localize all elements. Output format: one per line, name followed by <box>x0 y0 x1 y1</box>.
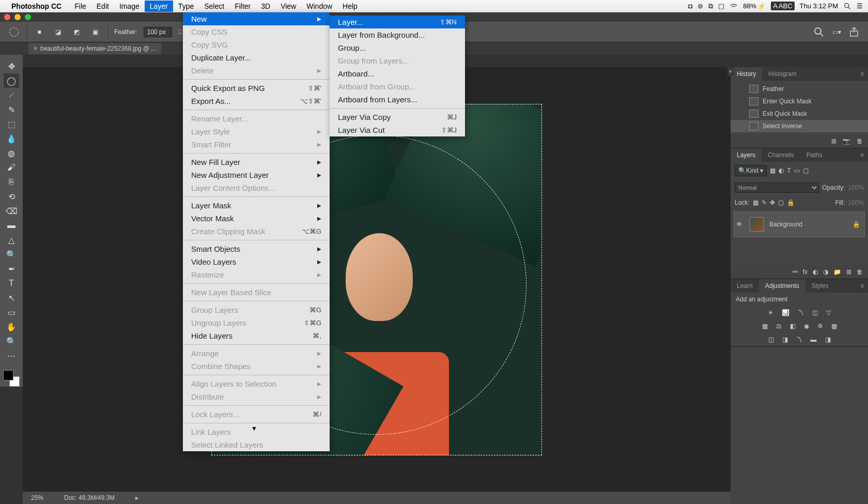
threshold-icon[interactable]: 〽 <box>796 336 802 343</box>
lock-trans-icon[interactable]: ▦ <box>753 199 758 206</box>
spotlight-icon[interactable] <box>843 2 851 10</box>
menu-item-new-fill-layer[interactable]: New Fill Layer▶ <box>183 156 330 169</box>
fill-input[interactable]: 100% <box>848 199 864 206</box>
document-tab[interactable]: × beautiful-beauty-female-2252368.jpg @ … <box>28 43 161 54</box>
new-snapshot-icon[interactable]: ⊞ <box>831 138 836 145</box>
history-item[interactable]: Feather <box>731 83 868 95</box>
tool-blur[interactable]: △ <box>4 233 19 247</box>
creative-cloud-icon[interactable]: ⊚ <box>698 2 703 10</box>
selection-subtract-icon[interactable]: ◩ <box>70 26 83 38</box>
panel-menu-icon[interactable]: ≡ <box>856 279 868 293</box>
menu-item-export-as-[interactable]: Export As...⌥⇧⌘' <box>183 95 330 108</box>
panel-menu-icon[interactable]: ≡ <box>856 148 868 162</box>
menu-window[interactable]: Window <box>301 1 337 12</box>
minimize-window[interactable] <box>14 14 21 20</box>
gradient-map-icon[interactable]: ▬ <box>811 336 817 343</box>
menu-help[interactable]: Help <box>337 1 363 12</box>
menu-item-duplicate-layer-[interactable]: Duplicate Layer... <box>183 51 330 64</box>
history-item[interactable]: Enter Quick Mask <box>731 95 868 108</box>
brightness-icon[interactable]: ☀ <box>768 309 773 316</box>
lock-position-icon[interactable]: ✥ <box>770 199 775 206</box>
share-icon[interactable] <box>848 26 860 38</box>
menu-item-artboard-from-layers-[interactable]: Artboard from Layers... <box>330 93 465 106</box>
tool-type[interactable]: T <box>4 276 19 291</box>
notifications-icon[interactable]: ☰ <box>857 2 863 10</box>
channel-mixer-icon[interactable]: ♽ <box>817 323 823 330</box>
tab-learn[interactable]: Learn <box>731 279 759 293</box>
maximize-window[interactable] <box>25 14 31 20</box>
clock[interactable]: Thu 3:12 PM <box>800 2 838 10</box>
tool-pen[interactable]: ✒ <box>4 262 19 276</box>
tool-zoom[interactable]: 🔍 <box>4 334 19 348</box>
tab-histogram[interactable]: Histogram <box>762 67 803 81</box>
airplay-icon[interactable]: ▢ <box>718 2 724 10</box>
tool-brush[interactable]: 🖌 <box>4 160 19 175</box>
tool-path-select[interactable]: ↖ <box>4 291 19 305</box>
feather-input[interactable] <box>144 27 172 37</box>
color-lookup-icon[interactable]: ▦ <box>831 323 837 330</box>
trash-icon[interactable]: 🗑 <box>857 138 863 145</box>
filter-pixel-icon[interactable]: ▦ <box>770 167 776 174</box>
tab-channels[interactable]: Channels <box>762 148 800 162</box>
layer-thumbnail[interactable] <box>750 217 764 232</box>
delete-layer-icon[interactable]: 🗑 <box>857 268 863 276</box>
menu-item-layer-via-copy[interactable]: Layer Via Copy⌘J <box>330 111 465 124</box>
menu-item-smart-objects[interactable]: Smart Objects▶ <box>183 242 330 255</box>
tool-move[interactable]: ✥ <box>4 59 19 73</box>
hue-icon[interactable]: ▦ <box>762 323 768 330</box>
tool-crop[interactable]: ⬚ <box>4 117 19 131</box>
menu-3d[interactable]: 3D <box>256 1 275 12</box>
group-icon[interactable]: 📁 <box>833 268 841 276</box>
tool-preset[interactable] <box>8 26 20 38</box>
tab-history[interactable]: History <box>731 67 762 81</box>
tool-healing[interactable]: ◍ <box>4 146 19 160</box>
camera-icon[interactable]: 📷 <box>843 138 850 145</box>
menu-image[interactable]: Image <box>114 1 145 12</box>
tab-layers[interactable]: Layers <box>731 148 762 162</box>
color-balance-icon[interactable]: ⚖ <box>776 323 782 330</box>
invert-icon[interactable]: ◫ <box>768 336 774 343</box>
menu-edit[interactable]: Edit <box>91 1 114 12</box>
tool-clone[interactable]: ⎘ <box>4 175 19 189</box>
tool-hand[interactable]: ✋ <box>4 319 19 334</box>
visibility-icon[interactable]: 👁 <box>736 221 742 228</box>
menu-item-vector-mask[interactable]: Vector Mask▶ <box>183 212 330 225</box>
menu-item-new-adjustment-layer[interactable]: New Adjustment Layer▶ <box>183 169 330 181</box>
levels-icon[interactable]: 📊 <box>782 309 789 316</box>
selection-new-icon[interactable]: ■ <box>33 26 45 38</box>
history-item[interactable]: Exit Quick Mask <box>731 108 868 120</box>
filter-adjust-icon[interactable]: ◐ <box>779 167 784 174</box>
slack-icon[interactable]: ◘ <box>688 2 692 10</box>
tool-eyedropper[interactable]: 💧 <box>4 131 19 146</box>
tool-eraser[interactable]: ⌫ <box>4 204 19 218</box>
mask-icon[interactable]: ◐ <box>813 268 818 276</box>
lock-all-icon[interactable]: 🔒 <box>787 199 795 206</box>
tab-styles[interactable]: Styles <box>805 279 835 293</box>
menu-item-layer-[interactable]: Layer...⇧⌘N <box>330 16 465 28</box>
opacity-input[interactable]: 100% <box>848 184 864 191</box>
doc-info[interactable]: Doc: 49.3M/49.3M <box>64 494 115 501</box>
tool-dodge[interactable]: 🔍 <box>4 247 19 262</box>
tool-rectangle[interactable]: ▭ <box>4 305 19 319</box>
menu-layer[interactable]: Layer <box>145 1 173 12</box>
tool-gradient[interactable]: ▬ <box>4 218 19 233</box>
tool-history-brush[interactable]: ⟲ <box>4 189 19 204</box>
color-swatches[interactable] <box>3 370 20 387</box>
info-arrow-icon[interactable]: ▸ <box>135 494 138 501</box>
history-item[interactable]: Select Inverse <box>731 120 868 132</box>
link-icon[interactable]: ⚯ <box>793 268 798 276</box>
filter-type-icon[interactable]: T <box>787 167 791 174</box>
menu-view[interactable]: View <box>275 1 301 12</box>
dropbox-icon[interactable]: ⧉ <box>708 2 713 10</box>
blend-mode-select[interactable]: Normal <box>735 182 819 193</box>
fx-icon[interactable]: fx <box>803 268 808 276</box>
bw-icon[interactable]: ◧ <box>790 323 796 330</box>
menu-item-new[interactable]: New▶ <box>183 12 330 25</box>
tool-quick-select[interactable]: ✎ <box>4 102 19 117</box>
tool-marquee-ellipse[interactable]: ◯ <box>4 73 19 88</box>
selective-color-icon[interactable]: ◨ <box>825 336 831 343</box>
tool-lasso[interactable]: ⟋ <box>4 88 19 102</box>
workspace-icon[interactable]: ▭▾ <box>830 26 843 38</box>
battery-status[interactable]: 88% ⚡ <box>743 2 766 10</box>
close-panel-icon[interactable]: × <box>727 67 734 75</box>
